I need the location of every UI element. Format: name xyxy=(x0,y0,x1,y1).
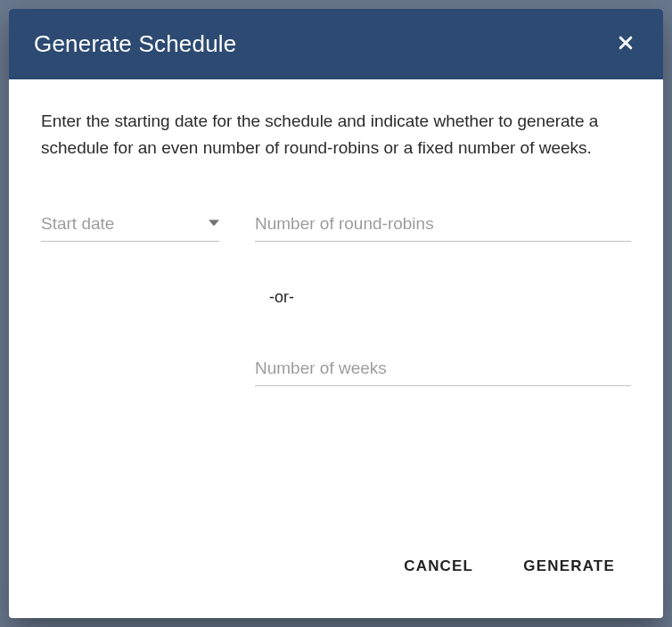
weeks-placeholder: Number of weeks xyxy=(255,359,387,378)
round-robins-field[interactable]: Number of round-robins xyxy=(255,209,631,242)
form-row: Start date Number of round-robins -or- N… xyxy=(41,209,631,386)
cancel-button[interactable]: CANCEL xyxy=(395,550,482,582)
start-date-field[interactable]: Start date xyxy=(41,209,219,242)
modal-header: Generate Schedule xyxy=(9,9,663,79)
close-button[interactable] xyxy=(613,30,638,58)
modal-title: Generate Schedule xyxy=(34,30,236,58)
or-separator: -or- xyxy=(269,288,631,307)
generate-schedule-modal: Generate Schedule Enter the starting dat… xyxy=(9,9,663,618)
round-robins-placeholder: Number of round-robins xyxy=(255,214,434,234)
start-date-placeholder: Start date xyxy=(41,214,114,234)
caret-down-icon xyxy=(209,216,219,232)
modal-description: Enter the starting date for the schedule… xyxy=(41,108,631,162)
close-icon xyxy=(617,34,635,54)
modal-body: Enter the starting date for the schedule… xyxy=(9,79,663,532)
weeks-field[interactable]: Number of weeks xyxy=(255,353,631,386)
right-column: Number of round-robins -or- Number of we… xyxy=(255,209,631,386)
left-column: Start date xyxy=(41,209,219,386)
generate-button[interactable]: GENERATE xyxy=(514,550,624,582)
modal-actions: CANCEL GENERATE xyxy=(9,532,663,618)
